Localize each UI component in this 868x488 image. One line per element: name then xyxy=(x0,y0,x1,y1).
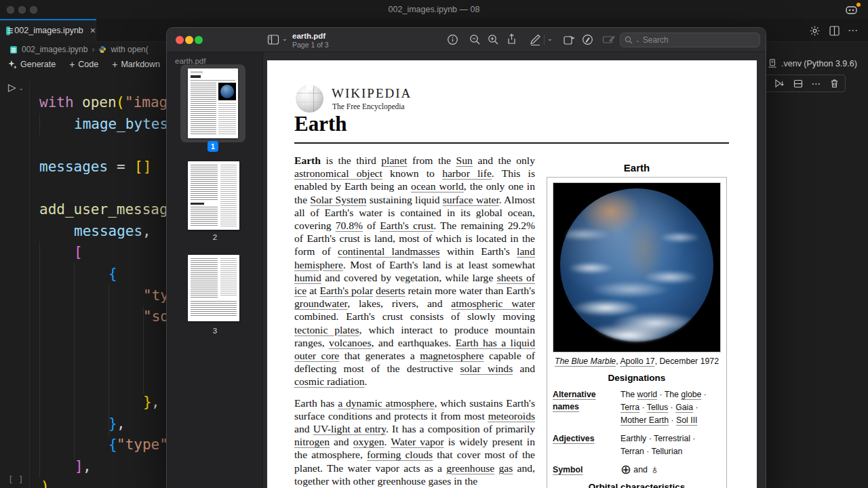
thumb-text-lines xyxy=(191,301,237,317)
window-title: 002_images.ipynb — 08 xyxy=(0,0,868,19)
infobox-row-symbol: Symbol ⊕ and ♁ xyxy=(553,464,721,476)
add-markdown-cell-button[interactable]: + Markdown xyxy=(112,59,160,70)
chevron-down-icon: ⌄ xyxy=(19,85,24,92)
pdf-page: WIKIPEDIA The Free Encyclopedia Earth Ea… xyxy=(267,60,757,488)
sidebar-toggle-icon[interactable] xyxy=(267,34,279,45)
page-number-badge: 1 xyxy=(208,141,218,152)
paragraph-2: Earth has a dynamic atmosphere, which su… xyxy=(294,396,535,487)
infobox-row-adjectives: Adjectives Earthly · Terrestrial · Terra… xyxy=(553,432,721,458)
breadcrumb-file[interactable]: 002_images.ipynb xyxy=(22,45,87,54)
cell-more-actions-icon[interactable]: ⋯ xyxy=(812,78,821,89)
add-code-cell-button[interactable]: + Code xyxy=(69,59,98,70)
zoom-window-button[interactable] xyxy=(195,36,203,44)
close-window-button[interactable] xyxy=(176,36,184,44)
thumb-title xyxy=(191,75,201,78)
orbital-heading: Orbital characteristics xyxy=(547,482,726,488)
indent-guide xyxy=(39,241,40,478)
page-number-label: 2 xyxy=(167,233,263,241)
toolbar-divider xyxy=(544,35,545,45)
minimize-window-button[interactable] xyxy=(185,36,193,44)
thumb-text-lines xyxy=(220,258,237,296)
editor-more-actions-icon[interactable]: ⋯ xyxy=(848,24,858,37)
highlight-pen-icon[interactable] xyxy=(529,33,542,46)
article-body: Earth is the third planet from the Sun a… xyxy=(294,154,535,487)
delete-cell-icon[interactable] xyxy=(830,79,839,88)
preview-window: ⌄ earth.pdf Page 1 of 3 ⌄ xyxy=(166,27,766,488)
chevron-down-icon[interactable]: ⌄ xyxy=(635,37,640,43)
breadcrumb-symbol[interactable]: with open( xyxy=(111,45,148,54)
page-number-label: 3 xyxy=(167,327,263,335)
search-input[interactable] xyxy=(643,35,745,45)
page-thumbnail-3[interactable] xyxy=(188,255,239,321)
run-cell-button[interactable]: ▷ ⌄ xyxy=(8,81,24,94)
wikipedia-globe-icon xyxy=(296,85,323,113)
fill-sign-icon[interactable] xyxy=(602,35,615,45)
preview-sidebar: earth.pdf 1 2 xyxy=(167,52,263,488)
thumb-text-lines xyxy=(191,165,218,200)
cell-border xyxy=(29,81,30,488)
search-icon xyxy=(625,36,633,44)
active-tab-indicator xyxy=(0,19,96,20)
execute-below-icon[interactable] xyxy=(774,79,785,88)
split-cell-icon[interactable] xyxy=(793,79,803,88)
preview-content-area: WIKIPEDIA The Free Encyclopedia Earth Ea… xyxy=(263,52,766,488)
indent-guide xyxy=(143,306,144,394)
title-rule xyxy=(294,142,729,144)
indent-guide xyxy=(108,285,109,437)
image-caption: The Blue Marble, Apollo 17, December 197… xyxy=(550,357,724,366)
notebook-file-icon xyxy=(6,26,10,35)
close-window-button[interactable] xyxy=(7,6,14,14)
execution-count: [ ] xyxy=(8,474,24,485)
generate-button[interactable]: Generate xyxy=(8,60,56,69)
plus-icon: + xyxy=(69,59,75,70)
breadcrumb-chevron-icon: › xyxy=(92,45,94,54)
plus-icon: + xyxy=(112,59,117,70)
info-icon[interactable] xyxy=(447,34,458,45)
earth-image xyxy=(560,188,713,342)
settings-gear-icon[interactable] xyxy=(809,25,821,37)
document-title: earth.pdf xyxy=(292,32,329,40)
page-thumbnail-2[interactable] xyxy=(188,161,239,230)
chevron-down-icon[interactable]: ⌄ xyxy=(282,35,288,42)
chevron-down-icon[interactable]: ⌄ xyxy=(547,35,553,42)
generate-label: Generate xyxy=(20,60,56,69)
python-icon xyxy=(98,45,106,54)
thumb-text-lines xyxy=(191,258,218,298)
tab-close-icon[interactable]: × xyxy=(90,25,96,36)
infobox: The Blue Marble, Apollo 17, December 197… xyxy=(547,177,727,488)
split-editor-icon[interactable] xyxy=(829,26,840,36)
kernel-icon xyxy=(768,58,777,68)
rotate-icon[interactable] xyxy=(563,34,575,45)
breadcrumb[interactable]: 002_images.ipynb › with open( xyxy=(9,43,149,56)
markup-pen-icon[interactable] xyxy=(582,34,593,45)
page-thumbnail-1[interactable] xyxy=(188,68,238,138)
add-markdown-label: Markdown xyxy=(121,60,160,69)
row-label: Symbol xyxy=(553,464,615,476)
run-icon: ▷ xyxy=(8,81,16,94)
minimize-window-button[interactable] xyxy=(18,6,26,14)
cell-toolbar: ↑ ⋯ xyxy=(754,75,846,92)
sparkle-icon xyxy=(8,60,17,69)
paragraph-1: Earth is the third planet from the Sun a… xyxy=(294,154,535,388)
tab-label: 002_images.ipynb xyxy=(14,26,83,35)
row-value: The world · The globe · Terra · Tellus ·… xyxy=(620,388,721,427)
search-field[interactable]: ⌄ xyxy=(620,33,760,47)
page-status: Page 1 of 3 xyxy=(292,41,329,49)
document-title-block: earth.pdf Page 1 of 3 xyxy=(292,32,329,49)
tab-notebook[interactable]: 002_images.ipynb × xyxy=(0,19,96,42)
infobox-title: Earth xyxy=(547,162,727,174)
earth-image-frame xyxy=(553,182,721,352)
row-value: Earthly · Terrestrial · Terran · Telluri… xyxy=(620,432,721,458)
notebook-toolbar: Generate + Code + Markdown xyxy=(8,56,160,73)
thumb-rule xyxy=(191,80,235,81)
thumb-text-lines xyxy=(191,207,218,226)
wikipedia-wordmark: WIKIPEDIA xyxy=(332,86,412,101)
thumb-text-lines xyxy=(191,83,216,134)
thumb-text-lines xyxy=(220,165,237,226)
wikipedia-tagline: The Free Encyclopedia xyxy=(332,102,405,110)
share-icon[interactable] xyxy=(506,33,517,45)
kernel-picker[interactable]: .venv (Python 3.9.6) xyxy=(768,58,857,68)
zoom-in-icon[interactable] xyxy=(488,34,499,45)
zoom-window-button[interactable] xyxy=(30,6,37,14)
zoom-out-icon[interactable] xyxy=(469,34,481,45)
